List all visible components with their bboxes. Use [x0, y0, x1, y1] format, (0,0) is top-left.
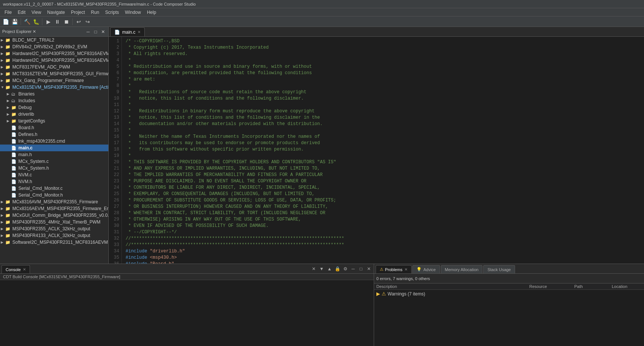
tree-item-drv84x2[interactable]: ▶📁DRV84x2_DRV82x2_DRV89x2_EVM	[0, 43, 108, 50]
warning-group-item[interactable]: ▶ ⚠ Warnings (7 items)	[374, 290, 644, 298]
advice-tab-label: Advice	[423, 267, 436, 272]
console-close-button[interactable]: ✕	[365, 265, 372, 272]
tab-main-c[interactable]: 📄 main.c ✕	[110, 27, 145, 36]
clear-console-button[interactable]: ✕	[310, 265, 317, 272]
menubar-item-navigate[interactable]: Navigate	[44, 9, 68, 16]
stop-button[interactable]: ⏹	[62, 18, 70, 26]
problems-tab-close[interactable]: ✕	[404, 267, 407, 271]
tree-icon-msp430_aclk_32khz: 📁	[5, 227, 11, 231]
tree-item-main_c[interactable]: 📄main.c	[0, 145, 108, 151]
tree-label-driverlib: driverlib	[18, 112, 34, 117]
tree-arrow-bldc: ▶	[1, 38, 5, 42]
tree-icon-mct8316: 📁	[5, 72, 11, 76]
tree-item-mcxgui[interactable]: ▶📁MCxGUI_Comm_Bridge_MSP430FR2355_v0.0.2	[0, 212, 108, 219]
save-button[interactable]: 💾	[10, 18, 19, 26]
menubar-item-help[interactable]: Help	[144, 9, 159, 16]
redo-button[interactable]: ↪	[84, 18, 92, 26]
tree-item-bldc[interactable]: ▶📁BLDC_MCF_TRIAL2	[0, 37, 108, 43]
code-line-23: * PURPOSE ARE DISCLAIMED. IN NO EVENT SH…	[126, 178, 644, 185]
tree-item-mcx_sys_h[interactable]: 📄MCx_System.h	[0, 165, 108, 172]
tree-item-serial_cmd_h[interactable]: 📄Serial_Cmd_Monitor.h	[0, 192, 108, 198]
maximize-icon[interactable]: □	[93, 29, 99, 35]
tree-label-msp430_4mhz: MSP430FR2355_4MHz_Xtal_TimerB_PWM	[12, 219, 100, 225]
tree-arrow-msp430_aclk_32khz: ▶	[1, 227, 5, 231]
line-num-33: 33	[109, 242, 119, 248]
line-num-10: 10	[109, 95, 119, 102]
console-tab-close[interactable]: ✕	[23, 267, 26, 271]
tree-item-includes[interactable]: ▶🗂Includes	[0, 97, 108, 104]
tree-item-defines_h[interactable]: 📄Defines.h	[0, 131, 108, 138]
build-button[interactable]: 🔨	[23, 18, 31, 26]
tree-item-mcx8316aevm[interactable]: ▶📁MCx8316AVM_MSP430FR2355_Firmware	[0, 198, 108, 205]
tree-item-mcx8316aevm_enhanced[interactable]: ▶📁MCx8316AEVM_MSP430FR2355_Firmware_Enha…	[0, 205, 108, 212]
tree-label-mcx_sys_c: MCx_System.c	[18, 159, 49, 164]
console-tab[interactable]: Console ✕	[1, 265, 30, 273]
run-button[interactable]: ▶	[44, 18, 52, 26]
menu-bar: FileEditViewNavigateProjectRunScriptsWin…	[0, 8, 644, 16]
console-content[interactable]	[0, 280, 374, 346]
tree-item-mcx_sys_c[interactable]: 📄MCx_System.c	[0, 158, 108, 165]
undo-button[interactable]: ↩	[75, 18, 83, 26]
toolbar-sep-3	[72, 18, 73, 25]
tree-arrow-debug: ▶	[7, 106, 11, 109]
menubar-item-scripts[interactable]: Scripts	[102, 9, 122, 16]
tree-arrow-driverlib: ▶	[7, 112, 11, 116]
tree-item-msp430_4mhz[interactable]: ▶📁MSP430FR2355_4MHz_Xtal_TimerB_PWM	[0, 219, 108, 225]
menubar-item-project[interactable]: Project	[68, 9, 88, 16]
tree-item-board_h[interactable]: 📄Board.h	[0, 124, 108, 131]
tree-item-hwi2c_msp430_4mhz[interactable]: ▶📁HardwareI2C_MSP430FR2355_MCF8316AEVM_4…	[0, 57, 108, 64]
tree-label-mcx_gang: MCx_Gang_Programmer_Firmware	[12, 78, 84, 83]
lock-button[interactable]: 🔒	[334, 265, 341, 272]
menubar-item-file[interactable]: File	[1, 9, 15, 16]
console-minimize-button[interactable]: ─	[350, 265, 356, 272]
menubar-item-run[interactable]: Run	[88, 9, 102, 16]
tree-label-mcx8316aevm: MCx8316AVM_MSP430FR2355_Firmware	[12, 199, 98, 204]
tree-item-serial_cmd_c[interactable]: 📄Serial_Cmd_Monitor.c	[0, 185, 108, 192]
menubar-item-edit[interactable]: Edit	[15, 9, 28, 16]
tree-icon-defines_h: 📄	[11, 132, 17, 137]
tree-item-driverlib[interactable]: ▶📁driverlib	[0, 111, 108, 118]
scroll-down-button[interactable]: ▼	[318, 265, 325, 272]
tree-item-nvm_c[interactable]: 📄NVM.c	[0, 172, 108, 178]
tree-item-lnk_msp[interactable]: 📄lnk_msp430fr2355.cmd	[0, 138, 108, 145]
advice-tab[interactable]: 💡 Advice	[412, 265, 440, 273]
tree-item-binaries[interactable]: ▶🗂Binaries	[0, 91, 108, 97]
new-button[interactable]: 📄	[1, 18, 10, 26]
tree-item-debug[interactable]: ▶📁Debug	[0, 104, 108, 111]
tree-item-mcx8315evm[interactable]: ▼📁MCx8315EVM_MSP430FR2355_Firmware [Acti…	[0, 84, 108, 91]
scroll-up-button[interactable]: ▲	[326, 265, 333, 272]
tree-item-mcx_gang[interactable]: ▶📁MCx_Gang_Programmer_Firmware	[0, 77, 108, 84]
tree-item-mct8316[interactable]: ▶📁MCT8316ZTEVM_MSP430FR2355_GUI_Firmware	[0, 70, 108, 77]
stack-tab[interactable]: Stack Usage	[483, 265, 515, 273]
warning-group-icon: ⚠	[382, 291, 386, 297]
tree-item-msp430_aclk_32khz[interactable]: ▶📁MSP430FR2355_ACLK_32kHz_output	[0, 225, 108, 232]
tree-item-targetconfigs[interactable]: ▶📁targetConfigs	[0, 118, 108, 124]
menubar-item-window[interactable]: Window	[122, 9, 144, 16]
console-maximize-button[interactable]: □	[358, 265, 364, 272]
col-location: Location	[612, 284, 642, 289]
code-editor[interactable]: 1234567891011121314151617181920212223242…	[109, 37, 644, 264]
problems-tab[interactable]: ⚠ Problems ✕	[376, 265, 412, 273]
tree-item-hwi2c_msp430[interactable]: ▶📁HardwareI2C_MSP430FR2355_MCF8316AEVM	[0, 50, 108, 57]
tree-item-nvm_h[interactable]: 📄NVM.h	[0, 178, 108, 185]
tree-item-msp430_aclk_4133[interactable]: ▶📁MSP430FR4133_ACLK_32kHz_output	[0, 232, 108, 239]
tree-label-lnk_msp: lnk_msp430fr2355.cmd	[18, 139, 65, 144]
code-content[interactable]: /* --COPYRIGHT--,BSD * Copyright (c) 201…	[122, 37, 644, 264]
tree-arrow-mcx8315evm: ▼	[1, 85, 5, 89]
memory-tab[interactable]: Memory Allocation	[441, 265, 483, 273]
pause-button[interactable]: ⏸	[53, 18, 61, 26]
tab-close-icon[interactable]: ✕	[138, 30, 141, 34]
problems-count: 0 errors, 7 warnings, 0 others	[376, 276, 430, 281]
menubar-item-view[interactable]: View	[28, 9, 44, 16]
tree-item-software_i2c[interactable]: ▶📁SoftwareI2C_MSP430FR2311_MCF8316AEVM	[0, 239, 108, 246]
line-num-35: 35	[109, 255, 119, 261]
tree-item-mcf8317[interactable]: ▶📁MCF8317FEVM_ADC_PWM	[0, 64, 108, 70]
close-panel-icon[interactable]: ✕	[100, 29, 106, 35]
tree-arrow-includes: ▶	[7, 99, 11, 103]
tree-label-serial_cmd_h: Serial_Cmd_Monitor.h	[18, 192, 63, 198]
tree-item-main_h[interactable]: 📄main.h	[0, 151, 108, 158]
console-settings-button[interactable]: ⚙	[342, 265, 349, 272]
tree-arrow-mcx_gang: ▶	[1, 79, 5, 82]
minimize-icon[interactable]: ─	[85, 29, 91, 35]
debug-button[interactable]: 🐛	[32, 18, 40, 26]
